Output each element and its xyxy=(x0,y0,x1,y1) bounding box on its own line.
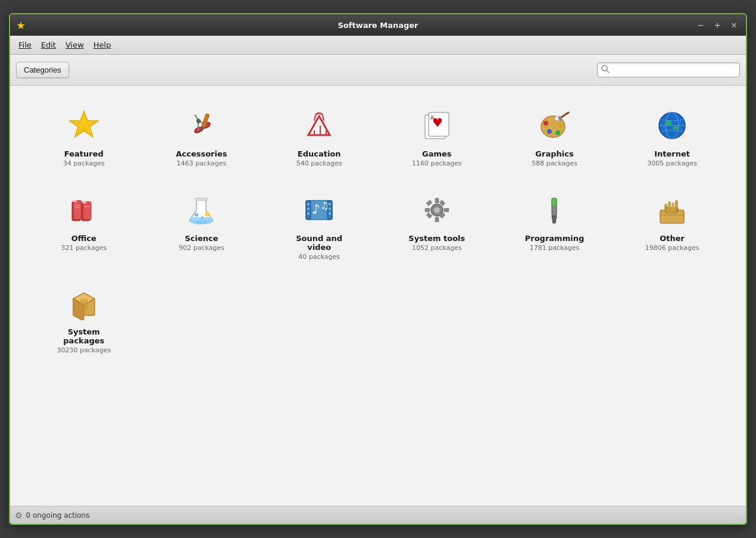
menu-view[interactable]: View xyxy=(61,39,89,51)
svg-rect-64 xyxy=(426,200,432,206)
svg-rect-46 xyxy=(195,198,207,201)
minimize-button[interactable]: − xyxy=(695,19,707,31)
svg-rect-50 xyxy=(307,203,310,205)
education-icon xyxy=(300,107,338,145)
svg-point-24 xyxy=(547,129,552,134)
svg-line-16 xyxy=(323,115,324,121)
system-tools-count: 1052 packages xyxy=(412,244,462,252)
category-accessories[interactable]: Accessories 1463 packages xyxy=(146,98,258,176)
window-controls: − + × xyxy=(695,19,740,31)
search-icon xyxy=(601,65,610,75)
maximize-button[interactable]: + xyxy=(711,19,723,31)
system-tools-icon xyxy=(418,191,456,229)
category-programming[interactable]: Programming 1781 packages xyxy=(499,182,611,270)
category-education[interactable]: Education 540 packages xyxy=(263,98,375,176)
content-area: Featured 34 packages xyxy=(10,86,746,506)
category-science[interactable]: Science 902 packages xyxy=(146,182,258,270)
toolbar: Categories xyxy=(10,55,746,86)
accessories-name: Accessories xyxy=(176,149,227,158)
svg-rect-60 xyxy=(435,198,439,203)
svg-point-43 xyxy=(195,213,198,217)
svg-marker-69 xyxy=(552,216,557,223)
category-system-tools[interactable]: System tools 1052 packages xyxy=(381,182,493,270)
category-other[interactable]: Other 19806 packages xyxy=(616,182,728,270)
category-graphics[interactable]: Graphics 588 packages xyxy=(499,98,611,176)
sound-video-name: Sound and video xyxy=(296,234,342,252)
education-count: 540 packages xyxy=(296,159,342,167)
menu-file[interactable]: File xyxy=(14,39,36,51)
system-packages-count: 30230 packages xyxy=(57,346,111,354)
search-box xyxy=(597,62,740,77)
office-count: 321 packages xyxy=(61,244,107,252)
system-packages-name: System packages xyxy=(63,327,104,345)
status-text: 0 ongoing actions xyxy=(26,511,90,520)
featured-icon xyxy=(65,107,103,145)
programming-count: 1781 packages xyxy=(530,244,580,252)
svg-rect-63 xyxy=(444,208,449,212)
other-count: 19806 packages xyxy=(645,244,699,252)
science-icon xyxy=(182,191,220,229)
category-internet[interactable]: Internet 3005 packages xyxy=(616,98,728,176)
menu-edit[interactable]: Edit xyxy=(36,39,61,51)
close-button[interactable]: × xyxy=(728,19,740,31)
office-name: Office xyxy=(71,234,96,243)
category-games[interactable]: ♥ A Games 1160 packages xyxy=(381,98,493,176)
system-packages-icon xyxy=(65,284,103,323)
education-name: Education xyxy=(298,149,341,158)
category-system-packages[interactable]: System packages 30230 packages xyxy=(28,276,140,363)
statusbar: ⚙ 0 ongoing actions xyxy=(10,506,746,524)
programming-name: Programming xyxy=(525,234,584,243)
svg-rect-39 xyxy=(83,201,86,204)
svg-rect-53 xyxy=(329,203,331,205)
search-input[interactable] xyxy=(612,65,736,74)
titlebar: ★ Software Manager − + × xyxy=(10,14,746,36)
svg-rect-61 xyxy=(435,217,439,222)
sound-video-icon: ♪ ♫ xyxy=(300,191,338,229)
graphics-name: Graphics xyxy=(535,149,573,158)
svg-marker-2 xyxy=(70,111,98,137)
sound-video-count: 40 packages xyxy=(298,253,340,261)
graphics-count: 588 packages xyxy=(532,159,577,167)
svg-point-23 xyxy=(543,121,548,126)
games-count: 1160 packages xyxy=(412,159,462,167)
internet-count: 3005 packages xyxy=(647,159,697,167)
internet-name: Internet xyxy=(654,149,690,158)
programming-icon xyxy=(535,191,573,229)
status-spinner-icon: ⚙ xyxy=(15,511,23,520)
main-window: ★ Software Manager − + × File Edit View … xyxy=(9,13,747,525)
featured-name: Featured xyxy=(64,149,104,158)
accessories-icon xyxy=(182,107,220,145)
category-featured[interactable]: Featured 34 packages xyxy=(28,98,140,176)
games-name: Games xyxy=(422,149,452,158)
categories-grid: Featured 34 packages xyxy=(28,98,728,363)
svg-text:♫: ♫ xyxy=(320,200,329,211)
categories-button[interactable]: Categories xyxy=(16,62,69,78)
other-icon xyxy=(653,191,691,229)
office-icon xyxy=(65,191,103,229)
svg-line-1 xyxy=(607,70,609,73)
svg-rect-81 xyxy=(80,299,88,309)
svg-point-59 xyxy=(434,207,440,213)
svg-rect-62 xyxy=(425,208,430,212)
other-name: Other xyxy=(660,234,685,243)
svg-point-32 xyxy=(665,121,672,126)
menubar: File Edit View Help xyxy=(10,36,746,55)
svg-line-27 xyxy=(561,112,568,117)
system-tools-name: System tools xyxy=(408,234,465,243)
svg-point-26 xyxy=(559,124,564,129)
svg-rect-70 xyxy=(552,198,557,207)
menu-help[interactable]: Help xyxy=(89,39,116,51)
science-count: 902 packages xyxy=(179,244,224,252)
svg-rect-76 xyxy=(672,203,674,211)
svg-rect-52 xyxy=(307,212,310,215)
svg-text:A: A xyxy=(430,115,435,121)
science-name: Science xyxy=(185,234,218,243)
category-sound-video[interactable]: ♪ ♫ Sound and video 40 packages xyxy=(263,182,375,270)
games-icon: ♥ A xyxy=(418,107,456,145)
accessories-count: 1463 packages xyxy=(177,159,227,167)
category-office[interactable]: Office 321 packages xyxy=(28,182,140,270)
window-title: Software Manager xyxy=(338,21,418,30)
svg-rect-74 xyxy=(665,204,667,212)
app-icon: ★ xyxy=(16,19,26,32)
svg-rect-66 xyxy=(426,212,432,218)
